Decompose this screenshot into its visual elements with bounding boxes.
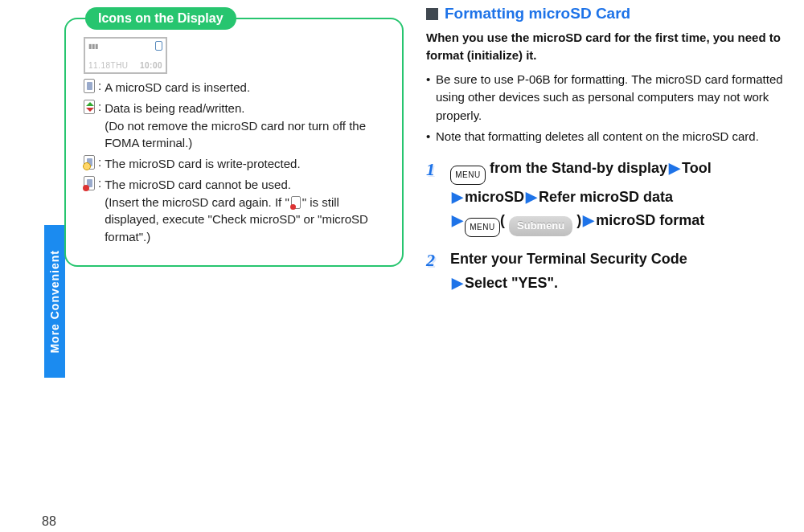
menu-key-icon: MENU bbox=[465, 218, 500, 237]
bullet-2: • Note that formatting deletes all conte… bbox=[426, 128, 798, 146]
sd-icon bbox=[155, 41, 162, 51]
step-2-number: 2 bbox=[426, 247, 447, 268]
left-column: Icons on the Display ▮▮▮ 11.18THU 10:00 … bbox=[64, 0, 408, 532]
step2-line1: Enter your Terminal Security Code bbox=[450, 251, 687, 267]
phone-clock: 10:00 bbox=[140, 61, 162, 70]
sd-err-text2a: (Insert the microSD card again. If " bbox=[105, 195, 289, 209]
step1-refer: Refer microSD data bbox=[539, 189, 673, 205]
step1-tool: Tool bbox=[682, 160, 712, 176]
right-column: Formatting microSD Card When you use the… bbox=[426, 0, 798, 532]
section-heading: Formatting microSD Card bbox=[426, 5, 798, 23]
step2-line2: Select "YES". bbox=[465, 275, 558, 291]
sd-rw-text2: (Do not remove the microSD card nor turn… bbox=[105, 119, 366, 150]
phone-screen-preview: ▮▮▮ 11.18THU 10:00 bbox=[84, 37, 167, 74]
sd-writeprotect-icon bbox=[84, 155, 95, 170]
chevron-right-icon: ▶ bbox=[450, 212, 465, 228]
icon-legend-list: : A microSD card is inserted. : Data is … bbox=[84, 79, 384, 246]
section-square-icon bbox=[426, 8, 438, 20]
sd-error-icon-inline bbox=[291, 196, 301, 209]
sd-inserted-text: A microSD card is inserted. bbox=[105, 79, 384, 96]
sd-err-text1: The microSD card cannot be used. bbox=[105, 178, 291, 191]
bullet-2-text: Note that formatting deletes all content… bbox=[436, 128, 798, 146]
step-1: 1 MENU from the Stand-by display▶Tool ▶m… bbox=[426, 158, 798, 238]
sd-wp-text: The microSD card is write-protected. bbox=[105, 155, 384, 173]
submenu-pill: Submenu bbox=[509, 216, 572, 235]
chevron-right-icon: ▶ bbox=[581, 212, 596, 228]
side-tab: More Convenient bbox=[44, 225, 65, 378]
phone-date: 11.18THU bbox=[88, 61, 129, 70]
chevron-right-icon: ▶ bbox=[667, 160, 682, 176]
step1-microsd-format: microSD format bbox=[596, 212, 704, 228]
lead-text: When you use the microSD card for the fi… bbox=[426, 29, 798, 64]
section-title: Formatting microSD Card bbox=[445, 5, 630, 23]
sd-inserted-icon bbox=[84, 79, 95, 93]
icons-on-display-panel: Icons on the Display ▮▮▮ 11.18THU 10:00 … bbox=[64, 18, 404, 267]
icons-on-display-title: Icons on the Display bbox=[85, 7, 236, 30]
step-2: 2 Enter your Terminal Security Code ▶Sel… bbox=[426, 248, 798, 295]
step-1-number: 1 bbox=[426, 156, 447, 177]
chevron-right-icon: ▶ bbox=[524, 189, 539, 205]
step1-microsd: microSD bbox=[465, 189, 524, 205]
bullet-1-text: Be sure to use P-06B for formatting. The… bbox=[436, 71, 798, 125]
sd-error-icon bbox=[84, 176, 95, 190]
bullet-1: • Be sure to use P-06B for formatting. T… bbox=[426, 71, 798, 125]
page-number: 88 bbox=[42, 514, 56, 529]
chevron-right-icon: ▶ bbox=[450, 189, 465, 205]
side-tab-label: More Convenient bbox=[48, 250, 61, 354]
sd-rw-text1: Data is being read/written. bbox=[105, 101, 244, 115]
sd-readwrite-icon bbox=[84, 100, 95, 114]
chevron-right-icon: ▶ bbox=[450, 275, 465, 291]
step1-from-standby: from the Stand-by display bbox=[486, 160, 667, 176]
menu-key-icon: MENU bbox=[450, 166, 486, 185]
